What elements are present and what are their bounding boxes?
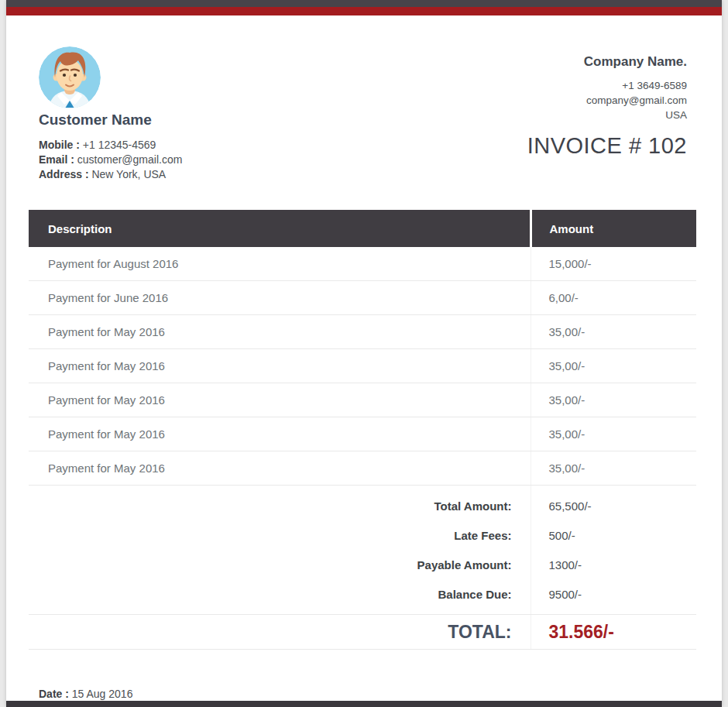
summary-value: 1300/-	[531, 551, 697, 580]
row-amount: 15,000/-	[531, 247, 696, 281]
summary-label: Balance Due:	[29, 580, 531, 609]
table-row: Payment for June 20166,00/-	[29, 281, 696, 315]
company-block: Company Name. +1 3649-6589 company@gmail…	[527, 46, 687, 182]
table-row: Payment for May 201635,00/-	[29, 451, 696, 486]
avatar-illustration	[39, 46, 101, 108]
summary-values-cell: 65,500/-500/-1300/-9500/-	[531, 486, 696, 615]
row-description: Payment for May 2016	[29, 383, 531, 417]
table-row: Payment for May 201635,00/-	[29, 315, 696, 349]
mobile-label: Mobile :	[39, 139, 80, 151]
row-description: Payment for May 2016	[29, 315, 531, 349]
date-line: Date : 15 Aug 2016	[39, 688, 722, 700]
customer-block: Customer Name Mobile : +1 12345-4569 Ema…	[39, 46, 364, 182]
email-label: Email :	[39, 153, 74, 166]
row-amount: 35,00/-	[531, 417, 696, 451]
invoice-card: Customer Name Mobile : +1 12345-4569 Ema…	[6, 0, 722, 707]
total-value: 31.566/-	[531, 615, 696, 650]
date-label: Date :	[39, 688, 69, 700]
row-amount: 35,00/-	[531, 349, 696, 383]
address-label: Address :	[39, 168, 89, 180]
mobile-value: +1 12345-4569	[83, 139, 156, 151]
email-value: customer@gmail.com	[77, 153, 183, 166]
summary-value: 65,500/-	[531, 492, 697, 521]
row-description: Payment for May 2016	[29, 451, 531, 486]
row-description: Payment for August 2016	[29, 247, 531, 281]
customer-email-line: Email : customer@gmail.com	[39, 153, 364, 167]
company-country: USA	[527, 108, 687, 122]
row-description: Payment for June 2016	[29, 281, 531, 315]
company-phone: +1 3649-6589	[527, 78, 687, 93]
invoice-page: Customer Name Mobile : +1 12345-4569 Ema…	[0, 0, 728, 707]
table-row: Payment for May 201635,00/-	[29, 383, 696, 417]
summary-value: 9500/-	[531, 580, 697, 609]
summary-values: 65,500/-500/-1300/-9500/-	[531, 492, 697, 609]
company-email: company@gmail.com	[527, 93, 687, 108]
summary-label: Total Amount:	[29, 492, 531, 521]
table-header-row: Description Amount	[29, 210, 696, 247]
invoice-footer: Date : 15 Aug 2016 Thanks for shopping.!	[6, 650, 722, 707]
column-header-description: Description	[29, 210, 531, 247]
row-description: Payment for May 2016	[29, 417, 531, 451]
row-amount: 35,00/-	[531, 383, 696, 417]
table-row: Payment for May 201635,00/-	[29, 349, 696, 383]
table-row: Payment for August 201615,000/-	[29, 247, 696, 281]
invoice-rows: Payment for August 201615,000/-Payment f…	[29, 247, 696, 486]
invoice-number-title: INVOICE # 102	[527, 133, 687, 159]
invoice-header: Customer Name Mobile : +1 12345-4569 Ema…	[6, 15, 722, 182]
row-description: Payment for May 2016	[29, 349, 531, 383]
customer-name: Customer Name	[39, 112, 364, 129]
summary-label: Payable Amount:	[29, 551, 531, 580]
company-name: Company Name.	[527, 54, 687, 70]
date-value: 15 Aug 2016	[72, 688, 133, 700]
summary-value: 500/-	[531, 521, 697, 551]
customer-address-line: Address : New York, USA	[39, 167, 364, 182]
row-amount: 6,00/-	[531, 281, 696, 315]
total-label: TOTAL:	[29, 615, 531, 650]
customer-mobile-line: Mobile : +1 12345-4569	[39, 138, 364, 153]
customer-avatar	[39, 46, 101, 108]
summary-row: Total Amount:Late Fees:Payable Amount:Ba…	[29, 486, 696, 615]
top-red-accent-bar	[6, 7, 722, 15]
summary-label: Late Fees:	[29, 521, 531, 551]
address-value: New York, USA	[91, 168, 166, 180]
table-row: Payment for May 201635,00/-	[29, 417, 696, 451]
summary-labels-cell: Total Amount:Late Fees:Payable Amount:Ba…	[29, 486, 531, 615]
summary-labels: Total Amount:Late Fees:Payable Amount:Ba…	[29, 492, 531, 609]
total-row: TOTAL: 31.566/-	[29, 615, 696, 650]
top-dark-bar	[6, 0, 722, 7]
bottom-dark-bar	[6, 701, 722, 707]
column-header-amount: Amount	[531, 210, 696, 247]
row-amount: 35,00/-	[531, 451, 696, 486]
invoice-table: Description Amount Payment for August 20…	[29, 210, 696, 650]
row-amount: 35,00/-	[531, 315, 696, 349]
